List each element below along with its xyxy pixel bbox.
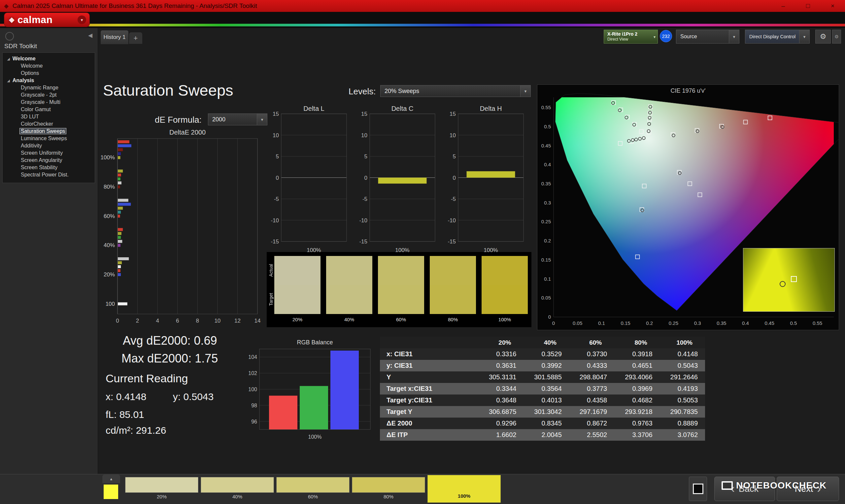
expander-icon[interactable]: ◢ (7, 79, 10, 83)
sidebar-item-color-gamut[interactable]: Color Gamut (3, 106, 95, 113)
level-patch-100%[interactable]: 100% (427, 475, 501, 503)
sidebar-item-dynamic-range[interactable]: Dynamic Range (3, 84, 95, 91)
rgb-balance-plot: 1041021009896100% (244, 339, 377, 441)
level-patch-label: 100% (428, 492, 500, 500)
table-row-label: y: CIE31 (380, 360, 478, 372)
levels-dropdown[interactable]: 20% Sweeps ▾ (380, 85, 531, 97)
sidebar-item-label: 3D LUT (20, 114, 40, 120)
tree-section-analysis[interactable]: ◢Analysis (3, 77, 95, 84)
settings-gear-button[interactable]: ⚙ (815, 30, 831, 43)
table-cell: 0.3918 (614, 348, 659, 360)
table-row-label: Target x:CIE31 (380, 383, 478, 395)
sidebar-item-options[interactable]: Options (3, 70, 95, 77)
add-tab-button[interactable]: + (129, 32, 142, 44)
levels-label: Levels: (349, 86, 376, 97)
table-cell: 0.5053 (660, 395, 705, 406)
table-cell: 0.3992 (524, 360, 569, 372)
sidebar-item-grayscale-2pt[interactable]: Grayscale - 2pt (3, 91, 95, 98)
svg-text:0.45: 0.45 (765, 320, 774, 326)
pattern-strip-toggle[interactable]: ▲ (102, 475, 120, 483)
svg-text:0.05: 0.05 (573, 320, 582, 326)
rgb-balance-chart: RGB Balance 1041021009896100% (244, 339, 377, 441)
sidebar-item-grayscale-multi[interactable]: Grayscale - Multi (3, 98, 95, 106)
swatch-column-label: 20% (274, 317, 320, 322)
display-control-dropdown[interactable]: Direct Display Control ▾ (745, 30, 810, 43)
svg-text:15: 15 (361, 111, 367, 117)
next-button[interactable]: Next › (777, 476, 839, 501)
level-patch-label: 40% (201, 493, 274, 501)
current-cdm2: cd/m²: 291.26 (106, 425, 166, 436)
logo-menu-caret-icon: ▾ (77, 16, 86, 24)
page-title: Saturation Sweeps (103, 81, 233, 99)
svg-text:0.35: 0.35 (541, 181, 551, 186)
sidebar-item-saturation-s-weeps[interactable]: Saturation Sweeps (3, 128, 95, 135)
svg-text:-15: -15 (359, 238, 367, 245)
level-patch-20%[interactable]: 20% (125, 477, 198, 504)
expander-icon[interactable]: ◢ (7, 57, 10, 61)
bottom-bar: ▲ 20%40%60%80%100% ‹ Back Next › NOTEBOO… (0, 474, 845, 504)
source-dropdown[interactable]: Source ▾ (676, 30, 739, 43)
svg-text:0.05: 0.05 (541, 295, 551, 301)
level-patch-60%[interactable]: 60% (276, 477, 350, 504)
pattern-window-button[interactable] (689, 476, 707, 501)
meter-dropdown[interactable]: X-Rite i1Pro 2 Direct View ▾ (604, 30, 658, 43)
measurement-table: 20%40%60%80%100%x: CIE310.33160.35290.37… (380, 337, 705, 441)
minimize-button[interactable]: – (771, 0, 795, 12)
level-patch-label: 20% (125, 493, 198, 501)
svg-text:0.5: 0.5 (790, 320, 797, 326)
delta-c-plot: 151050-5-10-15100% (356, 105, 445, 257)
table-cell: 3.3706 (614, 429, 659, 441)
calman-menu-button[interactable]: ◆ calman ▾ (4, 13, 90, 27)
sidebar-item-screen-uniformity[interactable]: Screen Uniformity (3, 149, 95, 157)
svg-text:-5: -5 (363, 196, 367, 202)
actual-swatch-40% (326, 256, 372, 285)
back-button-label: Back (739, 484, 758, 494)
next-button-label: Next (795, 484, 813, 494)
collapse-sidebar-button[interactable]: ◀ (88, 32, 92, 39)
de-formula-value: 2000 (208, 116, 257, 123)
delta-h-chart: Delta H 151050-5-10-15100% (445, 105, 533, 257)
table-cell: 0.3773 (569, 383, 614, 395)
sidebar-item-screen-angularity[interactable]: Screen Angularity (3, 157, 95, 164)
sidebar-item-screen-stability[interactable]: Screen Stability (3, 164, 95, 171)
workflow-options-icon[interactable] (5, 32, 14, 40)
table-cell: 0.3529 (524, 348, 569, 360)
sidebar-item-3d-lut[interactable]: 3D LUT (3, 113, 95, 120)
sidebar-item-welcome[interactable]: Welcome (3, 62, 95, 70)
chevron-down-icon: ▾ (729, 30, 739, 43)
sidebar-item-spectral-power-dist-[interactable]: Spectral Power Dist. (3, 171, 95, 178)
current-pattern-swatch[interactable] (104, 485, 118, 499)
svg-text:0.1: 0.1 (544, 276, 551, 282)
close-button[interactable]: × (820, 0, 845, 12)
tree-section-welcome[interactable]: ◢Welcome (3, 55, 95, 62)
table-cell: 301.5885 (524, 372, 569, 383)
target-swatch-80% (430, 285, 476, 314)
table-row: ΔE 20000.92960.83450.86720.97630.8889 (380, 418, 705, 429)
tab-history-1[interactable]: History 1 (100, 30, 129, 44)
table-row-label: Target y:CIE31 (380, 395, 478, 406)
svg-text:-5: -5 (451, 196, 456, 202)
svg-text:102: 102 (248, 371, 257, 376)
back-button[interactable]: ‹ Back (714, 476, 775, 501)
swatch-column-label: 80% (430, 317, 476, 322)
target-swatch-20% (274, 285, 320, 314)
level-patch-40%[interactable]: 40% (201, 477, 274, 504)
rainbow-strip (0, 24, 845, 26)
app-settings-gear-button[interactable]: ⚙ (832, 30, 841, 43)
sidebar-item-label: Additivity (20, 143, 43, 148)
table-column-header: 80% (614, 337, 659, 348)
sidebar-item-additivity[interactable]: Additivity (3, 142, 95, 149)
maximize-button[interactable]: □ (795, 0, 820, 12)
target-swatch-40% (326, 285, 372, 314)
table-cell: 0.3969 (614, 383, 659, 395)
svg-text:0.25: 0.25 (541, 219, 551, 224)
de-formula-dropdown[interactable]: 2000 ▾ (208, 113, 267, 125)
swatch-column-label: 100% (481, 317, 528, 322)
svg-text:0: 0 (548, 314, 551, 320)
sidebar-item-colorchecker[interactable]: ColorChecker (3, 120, 95, 128)
table-cell: 293.9218 (614, 406, 659, 418)
table-cell: 305.3131 (478, 372, 524, 383)
level-patch-80%[interactable]: 80% (352, 477, 425, 504)
meter-mode: Direct View (604, 37, 657, 41)
sidebar-item-luminance-sweeps[interactable]: Luminance Sweeps (3, 135, 95, 142)
